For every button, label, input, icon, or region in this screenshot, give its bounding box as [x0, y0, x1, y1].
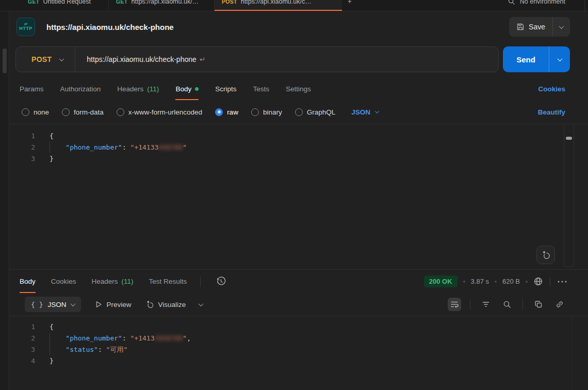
- copy-button[interactable]: [532, 298, 545, 311]
- request-tab-headers[interactable]: Headers(11): [117, 77, 159, 100]
- token: [50, 346, 66, 353]
- token: :: [122, 334, 130, 342]
- editor-scroll-edge: [572, 316, 573, 390]
- request-tab-settings[interactable]: Settings: [286, 77, 311, 100]
- radio-label: GraphQL: [307, 108, 336, 116]
- network-info-button[interactable]: [533, 277, 543, 286]
- line-number: 3: [9, 153, 35, 165]
- code-content: "phone_number": "+14133456789": [35, 142, 187, 153]
- code-content: }: [35, 153, 54, 165]
- response-options-button[interactable]: [557, 280, 567, 284]
- code-content: {: [35, 321, 54, 333]
- visualize-options-button[interactable]: [199, 303, 203, 306]
- environment-selector[interactable]: No environment: [508, 0, 588, 11]
- radio-icon: [22, 108, 29, 116]
- body-type-x-www-form-urlencoded[interactable]: x-www-form-urlencoded: [117, 108, 202, 116]
- tab-title: https://api.xiaomu.uk/…: [132, 0, 199, 5]
- radio-icon: [117, 108, 124, 116]
- radio-label: form-data: [74, 108, 104, 116]
- preview-button[interactable]: Preview: [94, 300, 132, 308]
- method-label: POST: [31, 55, 52, 63]
- line-number: 1: [9, 131, 35, 142]
- window-tab-1[interactable]: GETUntitled Request: [21, 0, 108, 11]
- url-value: https://api.xiaomu.uk/check-phone: [87, 55, 196, 63]
- token: "+1413: [130, 334, 155, 342]
- divider: [200, 277, 201, 287]
- request-tab-tests[interactable]: Tests: [253, 77, 269, 100]
- response-format-dropdown[interactable]: { } JSON: [25, 297, 81, 312]
- token: [50, 334, 66, 342]
- scrollbar-thumb[interactable]: [566, 137, 572, 140]
- code-line: 1{: [9, 131, 588, 142]
- word-wrap-button[interactable]: [448, 298, 461, 311]
- response-tab-headers[interactable]: Headers(11): [92, 270, 134, 293]
- tab-label: Body: [20, 278, 36, 285]
- radio-icon: [62, 108, 70, 116]
- link-button[interactable]: [553, 298, 566, 311]
- radio-icon: [251, 108, 259, 116]
- search-in-body-button[interactable]: [500, 298, 514, 311]
- request-tab-params[interactable]: Params: [20, 77, 44, 100]
- request-tab-authorization[interactable]: Authorization: [60, 77, 101, 100]
- tab-title: https://api.xiaomu.uk/c…: [241, 0, 312, 5]
- cookies-link[interactable]: Cookies: [538, 85, 565, 93]
- sidebar-collapsed-strip[interactable]: [0, 11, 9, 390]
- token: }: [50, 357, 54, 365]
- editor-scrollbar[interactable]: [564, 125, 574, 267]
- response-tab-body[interactable]: Body: [20, 270, 36, 293]
- tab-label: Scripts: [215, 85, 236, 93]
- token: "可用": [106, 346, 128, 353]
- tab-title: Untitled Request: [43, 0, 91, 5]
- visualize-button[interactable]: Visualize: [145, 300, 186, 309]
- save-button[interactable]: Save: [509, 17, 570, 37]
- window-tab-text: GEThttps://api.xiaomu.uk/…: [116, 0, 199, 5]
- format-label: JSON: [47, 301, 66, 308]
- language-label: JSON: [351, 108, 370, 116]
- url-row: POST https://api.xiaomu.uk/check-phone↵ …: [15, 46, 570, 72]
- body-type-row: noneform-datax-www-form-urlencodedrawbin…: [9, 100, 588, 124]
- body-type-none[interactable]: none: [22, 108, 49, 116]
- postbot-button[interactable]: [536, 246, 555, 264]
- send-button[interactable]: Send: [503, 46, 570, 72]
- body-type-form-data[interactable]: form-data: [62, 108, 104, 116]
- response-meta: 200 OK 3.87 s 620 B: [424, 270, 567, 293]
- chevron-down-icon: [559, 24, 564, 29]
- app-window: GETUntitled RequestGEThttps://api.xiaomu…: [0, 0, 588, 390]
- unsaved-dot: [195, 87, 199, 91]
- save-options-button[interactable]: [553, 17, 570, 37]
- url-input[interactable]: https://api.xiaomu.uk/check-phone↵: [75, 55, 205, 63]
- new-tab-button[interactable]: +: [342, 0, 357, 11]
- body-type-graphql[interactable]: GraphQL: [295, 108, 336, 116]
- radio-icon: [215, 108, 223, 116]
- request-tab-scripts[interactable]: Scripts: [215, 77, 236, 100]
- response-body-editor[interactable]: 1{2 "phone_number": "+14133456789",3 "st…: [9, 316, 588, 390]
- tab-label: Cookies: [51, 278, 76, 285]
- beautify-link[interactable]: Beautify: [538, 108, 565, 116]
- body-type-raw[interactable]: raw: [215, 108, 238, 116]
- filter-button[interactable]: [479, 298, 493, 311]
- code-line: 3 "status": "可用": [9, 344, 588, 355]
- history-clock-icon: [216, 277, 226, 286]
- window-tab-3[interactable]: POSThttps://api.xiaomu.uk/c…: [214, 0, 342, 11]
- response-tab-cookies[interactable]: Cookies: [51, 270, 76, 293]
- request-tab-body[interactable]: Body: [175, 77, 199, 100]
- window-tabs: GETUntitled RequestGEThttps://api.xiaomu…: [21, 0, 342, 11]
- response-tab-test-results[interactable]: Test Results: [149, 270, 187, 293]
- divider: [550, 277, 550, 286]
- send-options-button[interactable]: [549, 58, 570, 61]
- body-type-binary[interactable]: binary: [251, 108, 282, 116]
- method-selector[interactable]: POST: [16, 55, 75, 63]
- url-bar: POST https://api.xiaomu.uk/check-phone↵: [15, 46, 499, 72]
- chevron-down-icon: [59, 56, 64, 61]
- divider: [522, 300, 523, 309]
- line-number: 2: [9, 142, 35, 153]
- response-toolbar: { } JSON Preview Visualize: [9, 293, 588, 316]
- chevron-down-icon: [70, 301, 75, 306]
- braces-icon: { }: [31, 301, 43, 308]
- send-label: Send: [503, 55, 549, 64]
- request-body-editor[interactable]: 1{2 "phone_number": "+14133456789"3}: [9, 124, 588, 269]
- language-selector[interactable]: JSON: [351, 108, 379, 116]
- window-tab-2[interactable]: GEThttps://api.xiaomu.uk/…: [108, 0, 214, 11]
- response-history-button[interactable]: [216, 277, 226, 286]
- sidebar-drag-handle[interactable]: [3, 48, 7, 73]
